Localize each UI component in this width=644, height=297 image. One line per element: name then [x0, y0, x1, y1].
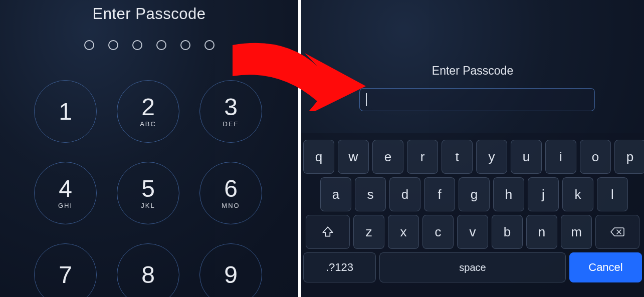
- key-o[interactable]: o: [580, 140, 611, 174]
- numpad-digit: 7: [59, 263, 72, 287]
- key-x[interactable]: x: [388, 215, 419, 249]
- shift-icon: [321, 225, 334, 238]
- numpad-digit: 6: [224, 177, 238, 201]
- key-h[interactable]: h: [493, 177, 524, 211]
- onscreen-keyboard: qwertyuiop asdfghjkl zxcvbnm .?123 space…: [301, 133, 644, 297]
- numpad-key-2[interactable]: 2ABC: [117, 80, 179, 143]
- cancel-button[interactable]: Cancel: [569, 252, 642, 282]
- shift-key[interactable]: [306, 215, 350, 249]
- key-b[interactable]: b: [492, 215, 523, 249]
- passcode-dot: [108, 40, 118, 50]
- passcode-dot: [180, 40, 190, 50]
- key-t[interactable]: t: [442, 140, 473, 174]
- key-n[interactable]: n: [526, 215, 557, 249]
- numeric-passcode-screen: Enter Passcode 12ABC3DEF4GHI5JKL6MNO789: [0, 0, 298, 297]
- numpad-key-6[interactable]: 6MNO: [199, 162, 262, 224]
- key-c[interactable]: c: [422, 215, 454, 249]
- key-a[interactable]: a: [320, 177, 351, 211]
- numpad-letters: DEF: [223, 120, 239, 128]
- passcode-dot: [132, 40, 142, 50]
- key-p[interactable]: p: [614, 140, 644, 174]
- key-l[interactable]: l: [597, 177, 628, 211]
- numpad-digit: 9: [224, 263, 238, 287]
- numpad-digit: 4: [59, 177, 72, 201]
- key-q[interactable]: q: [303, 140, 334, 174]
- numpad-letters: GHI: [58, 202, 73, 209]
- key-i[interactable]: i: [545, 140, 576, 174]
- backspace-icon: [610, 226, 625, 238]
- numpad-digit: 2: [141, 95, 155, 119]
- key-r[interactable]: r: [407, 140, 438, 174]
- key-k[interactable]: k: [562, 177, 593, 211]
- passcode-dot: [156, 40, 166, 50]
- numpad-key-3[interactable]: 3DEF: [199, 80, 262, 143]
- key-f[interactable]: f: [424, 177, 455, 211]
- numpad-key-8[interactable]: 8: [117, 243, 179, 297]
- key-d[interactable]: d: [389, 177, 420, 211]
- numpad-key-9[interactable]: 9: [199, 243, 262, 297]
- key-s[interactable]: s: [355, 177, 386, 211]
- numpad-digit: 1: [59, 100, 72, 124]
- numpad-key-7[interactable]: 7: [34, 243, 97, 297]
- text-caret-icon: [366, 93, 367, 106]
- key-j[interactable]: j: [528, 177, 559, 211]
- numpad-letters: ABC: [140, 120, 156, 128]
- passcode-dot-row: [0, 40, 298, 50]
- key-g[interactable]: g: [459, 177, 490, 211]
- alpha-passcode-screen: Enter Passcode qwertyuiop asdfghjkl zxcv…: [298, 0, 644, 297]
- key-y[interactable]: y: [476, 140, 507, 174]
- passcode-text-field[interactable]: [359, 88, 595, 111]
- key-v[interactable]: v: [457, 215, 488, 249]
- numpad-key-1[interactable]: 1: [34, 80, 97, 143]
- key-e[interactable]: e: [372, 140, 403, 174]
- key-w[interactable]: w: [338, 140, 369, 174]
- numpad-key-5[interactable]: 5JKL: [117, 162, 179, 224]
- key-z[interactable]: z: [353, 215, 384, 249]
- key-m[interactable]: m: [561, 215, 592, 249]
- numpad-letters: JKL: [141, 202, 155, 209]
- space-key[interactable]: space: [379, 252, 566, 282]
- numpad-digit: 8: [141, 263, 155, 287]
- numpad-letters: MNO: [222, 202, 240, 209]
- mode-switch-key[interactable]: .?123: [303, 252, 376, 282]
- numpad-digit: 3: [224, 95, 238, 119]
- key-u[interactable]: u: [511, 140, 542, 174]
- numpad-digit: 5: [141, 177, 155, 201]
- passcode-dot: [84, 40, 94, 50]
- numeric-keypad: 12ABC3DEF4GHI5JKL6MNO789: [34, 80, 262, 297]
- passcode-title-left: Enter Passcode: [0, 5, 298, 23]
- numpad-key-4[interactable]: 4GHI: [34, 162, 97, 224]
- passcode-title-right: Enter Passcode: [301, 64, 644, 78]
- passcode-dot: [204, 40, 214, 50]
- backspace-key[interactable]: [595, 215, 639, 249]
